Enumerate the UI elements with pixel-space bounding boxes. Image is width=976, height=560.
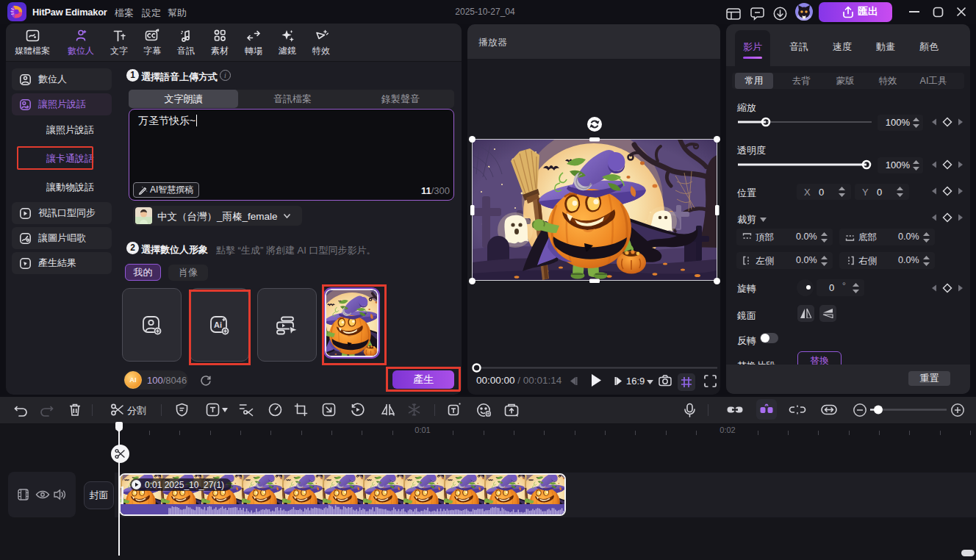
- svg-text:0:01: 0:01: [415, 426, 430, 434]
- svg-text:0:02: 0:02: [720, 426, 735, 434]
